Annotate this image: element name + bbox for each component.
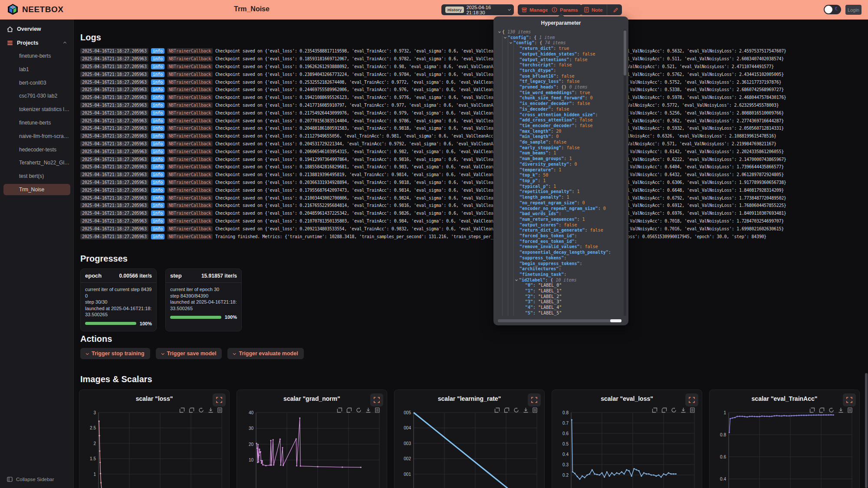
history-timestamp: 2025-04-16 21:18:30: [467, 5, 505, 15]
json-tree-line: "1": "LABEL_1": [497, 288, 621, 294]
json-tree-line[interactable]: "id2label": { 10 items: [497, 278, 621, 283]
svg-text:30: 30: [249, 426, 254, 431]
sidebar-project-item[interactable]: Trm_Noise: [3, 184, 70, 195]
login-button[interactable]: Login: [845, 5, 861, 15]
json-tree-line: "is_encoder_decoder": false: [497, 101, 621, 107]
sidebar-project-item[interactable]: tokenizer statistics llama...: [3, 104, 70, 115]
log-level-badge: info: [151, 56, 164, 62]
restore-box-icon[interactable]: [504, 407, 510, 413]
sidebar-project-item[interactable]: finetune-berts: [3, 50, 70, 62]
svg-text:001: 001: [404, 472, 411, 477]
sidebar-project-item[interactable]: Terahertz_No22_Gl261_gl...: [3, 157, 70, 168]
expand-chart-button[interactable]: [528, 393, 541, 406]
json-tree-line: "pruned_heads": {} 0 items: [497, 85, 621, 90]
json-tree-line[interactable]: "config": { 74 items: [497, 40, 621, 46]
zoom-box-icon[interactable]: [494, 407, 500, 413]
note-button[interactable]: Note: [580, 4, 607, 15]
popup-vscroll-thumb[interactable]: [624, 30, 626, 75]
collapse-sidebar-button[interactable]: Collapse Sidebar: [7, 477, 54, 482]
params-button[interactable]: Params: [548, 4, 582, 15]
data-view-icon[interactable]: [848, 407, 852, 413]
edit-note-button[interactable]: [610, 7, 622, 13]
zoom-box-icon[interactable]: [809, 407, 815, 413]
data-view-icon[interactable]: [217, 407, 222, 413]
expand-chart-button[interactable]: [685, 393, 698, 406]
log-timestamp: 2025-04-16T21:18:27.205963: [80, 118, 148, 124]
log-level-badge: info: [151, 218, 164, 224]
json-tree-line: "is_decoder": false: [497, 107, 621, 112]
sidebar-project-item[interactable]: naive-llm-from-scratch: [3, 131, 70, 142]
log-logger-badge: NBTrainerCallback: [167, 79, 213, 85]
refresh-icon[interactable]: [198, 407, 204, 413]
refresh-icon[interactable]: [671, 407, 677, 413]
sidebar-project-item[interactable]: hedecoder-tests: [3, 144, 70, 155]
refresh-icon[interactable]: [513, 407, 519, 413]
json-tree-line: "architectures":: [497, 266, 621, 272]
log-line: 2025-04-16T21:18:27.205963 info NBTraine…: [80, 117, 864, 124]
log-level-badge: info: [151, 141, 164, 147]
trigger-action-button[interactable]: Trigger stop training: [80, 348, 150, 359]
json-tree-line: "use_bfloat16": false: [497, 74, 621, 79]
popup-hscroll-track[interactable]: [498, 319, 621, 322]
chart-plot-area[interactable]: 40302010: [240, 409, 384, 488]
log-logger-badge: NBTrainerCallback: [167, 110, 213, 116]
sidebar-item-projects[interactable]: Projects: [0, 38, 74, 48]
sidebar-project-item[interactable]: finetune-berts: [3, 117, 70, 128]
expand-chart-button[interactable]: [843, 393, 856, 406]
fullscreen-icon: [374, 397, 380, 403]
json-tree-line[interactable]: { 130 items: [497, 29, 621, 35]
sidebar-project-item[interactable]: lab1: [3, 64, 70, 75]
log-level-badge: info: [151, 180, 164, 185]
zoom-box-icon[interactable]: [652, 407, 658, 413]
page-scrollbar-thumb[interactable]: [865, 373, 868, 488]
log-line: 2025-04-16T21:18:27.205963 info NBTraine…: [80, 109, 864, 117]
data-view-icon[interactable]: [690, 407, 695, 413]
data-view-icon[interactable]: [375, 407, 380, 413]
scalar-chart-card: scalar "eval_loss": [552, 390, 702, 488]
restore-box-icon[interactable]: [346, 407, 352, 413]
restore-box-icon[interactable]: [819, 407, 825, 413]
trigger-action-button[interactable]: Trigger save model: [156, 348, 222, 359]
expand-chart-button[interactable]: [213, 393, 226, 406]
sidebar-item-label: Projects: [17, 40, 38, 46]
json-tree-line[interactable]: "config": { 1 item: [497, 35, 621, 41]
chart-plot-area[interactable]: 0.80.70.60.50.40.30.2: [556, 409, 699, 488]
manage-button-label: Manage: [529, 7, 548, 13]
download-icon[interactable]: [208, 407, 214, 413]
sidebar-project-item[interactable]: bert-conll03: [3, 77, 70, 88]
progress-name: epoch: [85, 272, 102, 279]
download-icon[interactable]: [681, 407, 686, 413]
sidebar-project-item[interactable]: csc791-030 lab2: [3, 90, 70, 102]
chart-toolbar: [179, 407, 222, 413]
log-level-badge: info: [151, 210, 164, 216]
chart-plot-area[interactable]: 10.80.60.40.2: [713, 409, 856, 488]
scalar-chart-card: scalar "loss": [79, 390, 230, 488]
restore-box-icon[interactable]: [189, 407, 194, 413]
download-icon[interactable]: [523, 407, 529, 413]
data-view-icon[interactable]: [533, 407, 537, 413]
zoom-box-icon[interactable]: [179, 407, 185, 413]
history-dropdown[interactable]: History 2025-04-16 21:18:30: [441, 4, 514, 15]
log-line: 2025-04-16T21:18:27.205963 info NBTraine…: [80, 225, 864, 233]
sidebar-item-overview[interactable]: Overview: [0, 24, 74, 34]
restore-box-icon[interactable]: [661, 407, 667, 413]
trigger-action-button[interactable]: Trigger evaluate model: [227, 348, 303, 359]
theme-toggle[interactable]: ☾: [824, 5, 841, 14]
log-timestamp: 2025-04-16T21:18:27.205963: [80, 149, 148, 154]
download-icon[interactable]: [838, 407, 844, 413]
svg-text:004: 004: [404, 426, 411, 430]
log-timestamp: 2025-04-16T21:18:27.205963: [80, 187, 148, 193]
refresh-icon[interactable]: [356, 407, 362, 413]
json-tree-line: "forced_bos_token_id":: [497, 233, 621, 239]
expand-chart-button[interactable]: [370, 393, 383, 406]
chart-plot-area[interactable]: 32.521.51: [83, 409, 226, 488]
refresh-icon[interactable]: [829, 407, 834, 413]
sidebar-project-item[interactable]: test bert(s): [3, 170, 70, 182]
chart-plot-area[interactable]: 005004003002001: [398, 409, 541, 488]
page-scrollbar[interactable]: [865, 20, 868, 488]
manage-button[interactable]: Manage: [518, 4, 552, 15]
popup-hscroll-thumb[interactable]: [610, 319, 621, 322]
download-icon[interactable]: [365, 407, 371, 413]
zoom-box-icon[interactable]: [337, 407, 342, 413]
json-tree-line: "typical_p": 1: [497, 184, 621, 190]
